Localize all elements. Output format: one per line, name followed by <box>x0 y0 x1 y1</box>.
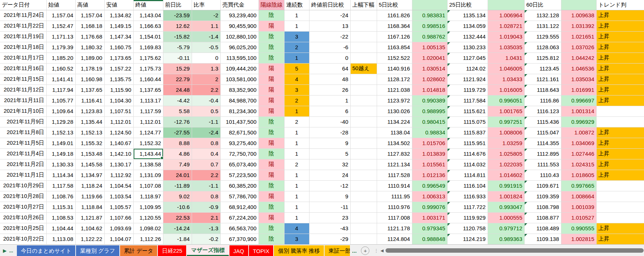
cell-range[interactable]: 50越え <box>350 63 377 74</box>
cell-pct[interactable]: 0.8 <box>192 191 220 202</box>
cell-high[interactable]: 1,176.68 <box>75 31 104 42</box>
cell-r5[interactable]: 1.020041 <box>412 53 447 63</box>
scrollbar-thumb[interactable] <box>386 248 644 253</box>
cell-volume[interactable]: 68,912,400 <box>220 202 258 212</box>
cell-chg[interactable]: -15.82 <box>163 31 192 42</box>
cell-chg[interactable]: 5.58 <box>163 106 192 116</box>
cell-range[interactable] <box>350 10 377 21</box>
cell-candle[interactable]: 陽 <box>258 63 284 74</box>
cell-chg[interactable]: -1.84 <box>163 234 192 244</box>
cell-r60[interactable]: 1.002815 <box>561 234 596 244</box>
cell-volume[interactable]: 66,563,700 <box>220 223 258 234</box>
cell-date[interactable]: 2021年11月16日 <box>0 63 46 74</box>
cell-d25[interactable]: 1119.729 <box>447 84 488 95</box>
cell-d60[interactable]: 1129.555 <box>524 31 561 42</box>
cell-date[interactable]: 2021年10月22日 <box>0 234 46 244</box>
cell-date[interactable]: 2021年11月4日 <box>0 148 46 159</box>
cell-streak[interactable]: 1 <box>284 53 309 63</box>
cell-date[interactable]: 2021年11月17日 <box>0 53 46 63</box>
column-header-candle[interactable]: 陽線陰線 <box>258 0 284 10</box>
cell-r60[interactable]: 1.018605 <box>561 170 596 180</box>
cell-low[interactable]: 1,104.07 <box>104 234 133 244</box>
cell-cmp[interactable]: 5 <box>309 148 350 159</box>
cell-cmp[interactable]: 13 <box>309 21 350 31</box>
cell-high[interactable]: 1,118.24 <box>75 180 104 191</box>
sheet-tab[interactable]: JAQ <box>229 245 248 256</box>
cell-range[interactable] <box>350 127 377 138</box>
sheet-tab[interactable]: マザーズ指標 <box>187 245 228 256</box>
cell-open[interactable]: 1,171.13 <box>46 31 75 42</box>
cell-low[interactable]: 1,140.67 <box>104 138 133 148</box>
cell-pct[interactable]: -2 <box>192 10 220 21</box>
cell-r25[interactable]: 1.000555 <box>488 212 524 223</box>
cell-d60[interactable]: 1111.553 <box>524 159 561 170</box>
cell-close[interactable]: 1,112.26 <box>133 234 163 244</box>
cell-date[interactable]: 2021年11月9日 <box>0 116 46 127</box>
cell-open[interactable]: 1,185.20 <box>46 53 75 63</box>
cell-r25[interactable]: 0.979712 <box>488 223 524 234</box>
cell-d5[interactable]: 1152.522 <box>377 53 412 63</box>
cell-r25[interactable]: 1.001824 <box>488 191 524 202</box>
cell-candle[interactable]: 陰 <box>258 223 284 234</box>
cell-volume[interactable]: 82,671,500 <box>220 127 258 138</box>
cell-d5[interactable]: 1117.008 <box>377 212 412 223</box>
cell-low[interactable]: 1,147.34 <box>104 31 133 42</box>
cell-d25[interactable]: 1124.219 <box>447 234 488 244</box>
cell-d5[interactable]: 1168.364 <box>377 21 412 31</box>
cell-open[interactable]: 1,104.44 <box>46 223 75 234</box>
cell-r60[interactable]: 1.00872 <box>561 127 596 138</box>
cell-d25[interactable]: 1120.758 <box>447 223 488 234</box>
cell-candle[interactable]: 陽 <box>258 21 284 31</box>
cell-open[interactable]: 1,114.34 <box>46 170 75 180</box>
cell-candle[interactable]: 陰 <box>258 148 284 159</box>
cell-cmp[interactable]: -40 <box>309 116 350 127</box>
cell-chg[interactable]: 24.01 <box>163 170 192 180</box>
cell-d60[interactable]: 1109.671 <box>524 180 561 191</box>
sheet-nav-arrow-icon[interactable]: ▶ <box>3 248 7 253</box>
cell-open[interactable]: 1,108.76 <box>46 191 75 202</box>
cell-date[interactable]: 2021年10月28日 <box>0 191 46 202</box>
cell-r25[interactable]: 1.028721 <box>488 21 524 31</box>
cell-chg[interactable]: 4.86 <box>163 148 192 159</box>
cell-trend[interactable]: 上昇 <box>596 74 644 84</box>
cell-open[interactable]: 1,179.39 <box>46 42 75 53</box>
cell-streak[interactable]: 3 <box>284 234 309 244</box>
cell-r60[interactable]: 1.044242 <box>561 53 596 63</box>
cell-trend[interactable] <box>596 202 644 212</box>
more-tabs-indicator[interactable]: ... <box>351 245 358 256</box>
cell-low[interactable]: 1,105.57 <box>104 202 133 212</box>
cell-d60[interactable]: 1108.489 <box>524 223 561 234</box>
cell-close[interactable]: 1,112.01 <box>133 116 163 127</box>
cell-chg[interactable]: 24.48 <box>163 84 192 95</box>
cell-range[interactable] <box>350 116 377 127</box>
cell-streak[interactable]: 1 <box>284 180 309 191</box>
cell-cmp[interactable]: 24 <box>309 170 350 180</box>
cell-d25[interactable]: 1127.045 <box>447 53 488 63</box>
cell-r5[interactable]: 1.012136 <box>412 170 447 180</box>
cell-streak[interactable]: 1 <box>284 202 309 212</box>
cell-low[interactable]: 1,149.15 <box>104 21 133 31</box>
sheet-tab[interactable]: 日経225 <box>158 245 186 256</box>
cell-streak[interactable]: 5 <box>284 63 309 74</box>
cell-high[interactable]: 1,178.19 <box>75 63 104 74</box>
cell-volume[interactable]: 102,880,100 <box>220 31 258 42</box>
column-header-trend[interactable]: トレンド判 <box>596 0 644 10</box>
cell-close[interactable]: 1,175.73 <box>133 63 163 74</box>
cell-d25[interactable]: 1135.134 <box>447 10 488 21</box>
cell-pct[interactable]: -1.3 <box>192 223 220 234</box>
cell-r5[interactable]: 0.988848 <box>412 234 447 244</box>
cell-d5[interactable]: 1124.804 <box>377 234 412 244</box>
cell-r25[interactable]: 0.993047 <box>488 202 524 212</box>
cell-open[interactable]: 1,149.18 <box>46 148 75 159</box>
cell-chg[interactable]: -27.55 <box>163 127 192 138</box>
cell-close[interactable]: 1,166.63 <box>133 21 163 31</box>
cell-date[interactable]: 2021年11月22日 <box>0 21 46 31</box>
cell-candle[interactable]: 陰 <box>258 234 284 244</box>
column-header-close[interactable]: 終値 <box>133 0 163 10</box>
cell-cmp[interactable]: 26 <box>309 84 350 95</box>
cell-d25[interactable]: 1119.929 <box>447 212 488 223</box>
cell-candle[interactable]: 陰 <box>258 180 284 191</box>
cell-r5[interactable]: 1.003171 <box>412 212 447 223</box>
cell-candle[interactable]: 陰 <box>258 10 284 21</box>
cell-high[interactable]: 1,155.32 <box>75 138 104 148</box>
